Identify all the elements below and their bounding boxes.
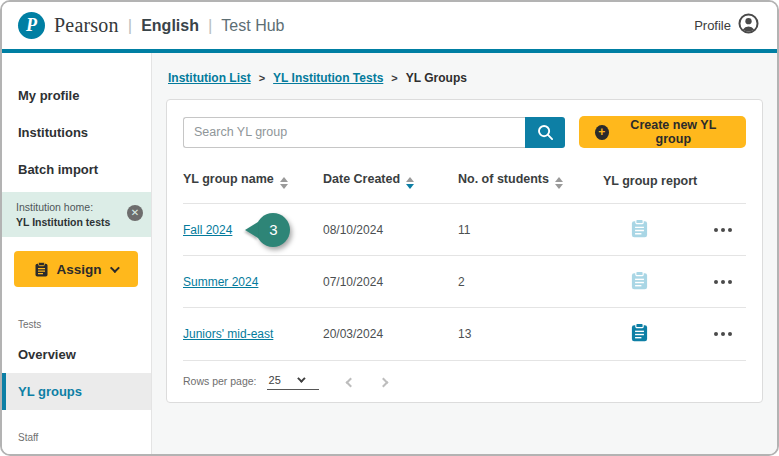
brand-separator: |	[128, 16, 132, 36]
brand-english: English	[141, 17, 199, 35]
chevron-down-icon	[297, 374, 305, 382]
chevron-down-icon	[109, 263, 119, 273]
sidebar-section-staff: Staff	[2, 410, 151, 449]
rows-per-page-value: 25	[269, 374, 281, 386]
plus-icon: +	[595, 125, 609, 140]
table-row: Summer 2024 07/10/2024 2	[183, 256, 746, 308]
next-page-button[interactable]	[380, 372, 387, 390]
rows-per-page-select[interactable]: 25	[267, 372, 319, 390]
report-icon-enabled[interactable]	[631, 323, 648, 345]
column-header-actions	[713, 162, 746, 204]
search-button[interactable]	[525, 117, 565, 148]
sort-icon-desc	[406, 177, 414, 189]
breadcrumb-institution-list[interactable]: Institution List	[168, 71, 251, 85]
institution-home-value: YL Institution tests	[16, 215, 123, 230]
brand-product: Test Hub	[221, 17, 284, 35]
breadcrumb-separator: >	[259, 72, 265, 84]
report-icon-disabled[interactable]	[631, 271, 648, 293]
clipboard-icon	[35, 262, 48, 277]
table-row: Juniors' mid-east 20/03/2024 13	[183, 308, 746, 360]
sidebar-item-institutions[interactable]: Institutions	[2, 114, 151, 151]
institution-home-label: Institution home:	[16, 200, 123, 215]
sidebar-item-my-profile[interactable]: My profile	[2, 77, 151, 114]
breadcrumb: Institution List > YL Institution Tests …	[166, 67, 763, 85]
sidebar-item-members[interactable]: Members	[2, 449, 151, 456]
top-header: P Pearson | English | Test Hub Profile	[2, 2, 777, 49]
search-icon	[537, 124, 554, 141]
column-header-report-label: YL group report	[603, 174, 697, 188]
sidebar: My profile Institutions Batch import Ins…	[2, 53, 152, 454]
breadcrumb-yl-groups: YL Groups	[406, 71, 467, 85]
column-header-date[interactable]: Date Created	[323, 162, 458, 204]
profile-label: Profile	[694, 18, 731, 33]
sort-icon	[555, 177, 563, 189]
sidebar-item-overview[interactable]: Overview	[2, 336, 151, 373]
yl-groups-card: + Create new YL group YL group name Date…	[166, 99, 763, 403]
students-count-cell: 2	[458, 256, 603, 308]
column-header-name-label: YL group name	[183, 172, 274, 186]
annotation-number: 3	[269, 221, 277, 238]
date-created-cell: 20/03/2024	[323, 308, 458, 360]
breadcrumb-yl-institution-tests[interactable]: YL Institution Tests	[273, 71, 383, 85]
sidebar-item-batch-import[interactable]: Batch import	[2, 151, 151, 188]
column-header-report: YL group report	[603, 162, 713, 204]
students-count-cell: 11	[458, 204, 603, 256]
row-actions-menu-icon[interactable]	[713, 280, 746, 284]
group-link-juniors-mid-east[interactable]: Juniors' mid-east	[183, 327, 273, 341]
column-header-students[interactable]: No. of students	[458, 162, 603, 204]
sort-icon	[280, 177, 288, 189]
create-yl-group-label: Create new YL group	[617, 118, 730, 146]
row-actions-menu-icon[interactable]	[713, 332, 746, 336]
annotation-balloon: 3	[256, 213, 290, 247]
search-input[interactable]	[183, 117, 525, 148]
date-created-cell: 07/10/2024	[323, 256, 458, 308]
main-content: Institution List > YL Institution Tests …	[152, 53, 777, 454]
assign-button-label: Assign	[56, 262, 101, 277]
report-icon-disabled[interactable]	[631, 219, 648, 241]
sidebar-section-tests: Tests	[2, 297, 151, 336]
column-header-date-label: Date Created	[323, 172, 400, 186]
app-window: P Pearson | English | Test Hub Profile M…	[0, 0, 779, 456]
previous-page-button[interactable]	[347, 372, 354, 390]
card-toolbar: + Create new YL group	[183, 116, 746, 148]
sidebar-item-yl-groups[interactable]: YL groups	[2, 373, 151, 410]
pearson-logo-icon: P	[18, 12, 45, 39]
table-row: Fall 2024 3 08/10/2024 11	[183, 204, 746, 256]
breadcrumb-separator: >	[391, 72, 397, 84]
create-yl-group-button[interactable]: + Create new YL group	[579, 116, 746, 148]
students-count-cell: 13	[458, 308, 603, 360]
profile-icon	[738, 13, 759, 38]
search-group	[183, 117, 565, 148]
assign-button[interactable]: Assign	[14, 251, 138, 287]
profile-menu[interactable]: Profile	[694, 13, 759, 38]
pagination-bar: Rows per page: 25	[183, 360, 746, 402]
column-header-name[interactable]: YL group name	[183, 162, 323, 204]
close-icon[interactable]: ✕	[127, 205, 143, 221]
group-link-summer-2024[interactable]: Summer 2024	[183, 275, 258, 289]
brand-separator: |	[208, 16, 212, 36]
row-actions-menu-icon[interactable]	[713, 228, 746, 232]
institution-home-banner: Institution home: YL Institution tests ✕	[2, 192, 151, 237]
rows-per-page-label: Rows per page:	[183, 375, 257, 387]
brand-pearson: Pearson	[54, 14, 119, 37]
group-link-fall-2024[interactable]: Fall 2024	[183, 223, 232, 237]
date-created-cell: 08/10/2024	[323, 204, 458, 256]
column-header-students-label: No. of students	[458, 172, 549, 186]
yl-groups-table: YL group name Date Created No. of studen…	[183, 162, 746, 360]
